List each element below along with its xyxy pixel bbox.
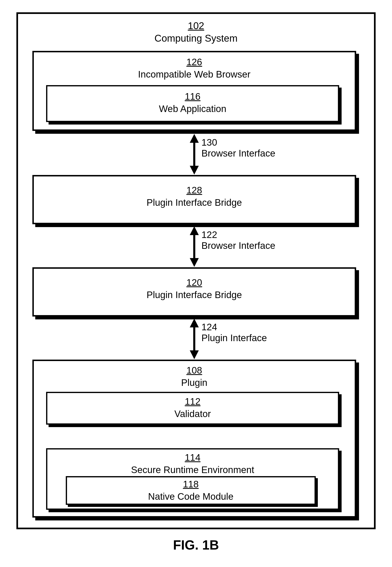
svg-marker-5 <box>190 226 199 235</box>
plugin-label: Plugin <box>34 377 355 388</box>
interface-130-num: 130 <box>201 137 217 148</box>
sre-header: 114 Secure Runtime Environment <box>47 452 338 475</box>
figure-caption: FIG. 1B <box>0 537 392 553</box>
sre-box: 114 Secure Runtime Environment 118 Nativ… <box>46 448 339 510</box>
svg-marker-2 <box>190 134 199 143</box>
interface-122-text: Browser Interface <box>201 240 275 251</box>
plugin-num: 108 <box>34 365 355 376</box>
interface-124-num: 124 <box>201 322 217 332</box>
svg-marker-9 <box>190 350 199 359</box>
ncm-num: 118 <box>67 478 315 490</box>
bridge-128-box: 128 Plugin Interface Bridge <box>32 175 356 224</box>
bridge-120-header: 120 Plugin Interface Bridge <box>34 277 355 300</box>
bridge-120-box: 120 Plugin Interface Bridge <box>32 267 356 316</box>
svg-marker-3 <box>190 166 199 175</box>
plugin-header: 108 Plugin <box>34 365 355 388</box>
interface-130-text: Browser Interface <box>201 148 275 159</box>
interface-124-label: 124 Plugin Interface <box>201 322 267 343</box>
svg-marker-6 <box>190 258 199 267</box>
interface-130-label: 130 Browser Interface <box>201 137 275 159</box>
plugin-box: 108 Plugin 112 Validator 114 Secure Runt… <box>32 360 356 518</box>
bridge-128-label: Plugin Interface Bridge <box>34 197 355 208</box>
bridge-120-num: 120 <box>34 277 355 288</box>
diagram-canvas: 102 Computing System 126 Incompatible We… <box>0 0 392 567</box>
ncm-label: Native Code Module <box>67 491 315 502</box>
ncm-header: 118 Native Code Module <box>67 478 315 502</box>
interface-122-label: 122 Browser Interface <box>201 229 275 251</box>
validator-label: Validator <box>47 408 338 419</box>
ncm-box: 118 Native Code Module <box>66 476 316 505</box>
sre-label: Secure Runtime Environment <box>47 464 338 475</box>
computing-system-box: 102 Computing System 126 Incompatible We… <box>16 12 376 529</box>
validator-header: 112 Validator <box>47 396 338 419</box>
sre-num: 114 <box>47 452 338 463</box>
validator-num: 112 <box>47 396 338 407</box>
bridge-128-num: 128 <box>34 185 355 196</box>
validator-box: 112 Validator <box>46 392 339 425</box>
bridge-120-label: Plugin Interface Bridge <box>34 289 355 300</box>
interface-124-text: Plugin Interface <box>201 332 267 343</box>
svg-marker-8 <box>190 319 199 328</box>
bridge-128-header: 128 Plugin Interface Bridge <box>34 185 355 208</box>
interface-122-num: 122 <box>201 229 217 240</box>
